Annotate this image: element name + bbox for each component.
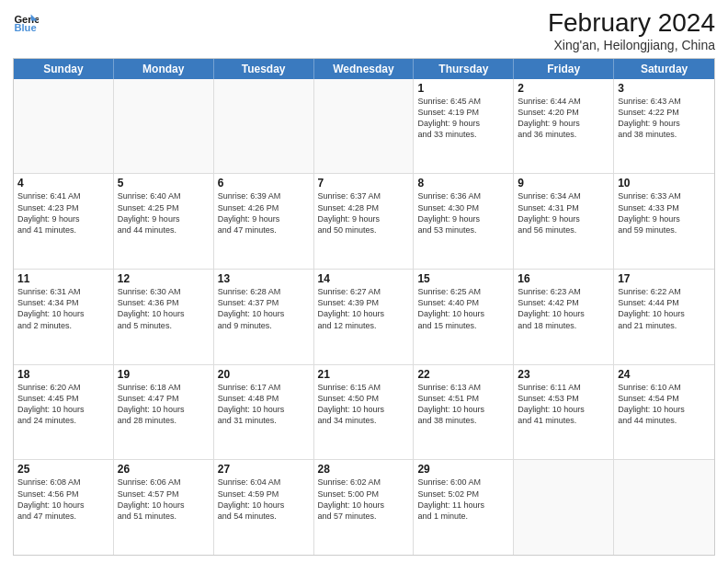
weekday-header: Monday bbox=[114, 59, 214, 79]
weekday-header: Sunday bbox=[14, 59, 114, 79]
cell-info: Sunrise: 6:28 AM Sunset: 4:37 PM Dayligh… bbox=[218, 286, 310, 331]
calendar-cell: 25Sunrise: 6:08 AM Sunset: 4:56 PM Dayli… bbox=[14, 460, 114, 555]
calendar-cell: 16Sunrise: 6:23 AM Sunset: 4:42 PM Dayli… bbox=[514, 270, 614, 364]
day-number: 17 bbox=[618, 272, 711, 285]
calendar-cell bbox=[314, 79, 415, 174]
calendar-cell: 17Sunrise: 6:22 AM Sunset: 4:44 PM Dayli… bbox=[614, 270, 714, 364]
day-number: 8 bbox=[417, 177, 509, 190]
calendar-header: SundayMondayTuesdayWednesdayThursdayFrid… bbox=[14, 59, 714, 79]
weekday-header: Saturday bbox=[614, 59, 714, 79]
cell-info: Sunrise: 6:17 AM Sunset: 4:48 PM Dayligh… bbox=[218, 382, 310, 427]
cell-info: Sunrise: 6:23 AM Sunset: 4:42 PM Dayligh… bbox=[518, 286, 609, 331]
cell-info: Sunrise: 6:08 AM Sunset: 4:56 PM Dayligh… bbox=[17, 477, 109, 522]
day-number: 23 bbox=[518, 368, 609, 381]
cell-info: Sunrise: 6:43 AM Sunset: 4:22 PM Dayligh… bbox=[618, 96, 711, 141]
logo-icon: General Blue bbox=[13, 9, 39, 35]
calendar-cell: 10Sunrise: 6:33 AM Sunset: 4:33 PM Dayli… bbox=[614, 174, 714, 269]
calendar-cell: 24Sunrise: 6:10 AM Sunset: 4:54 PM Dayli… bbox=[614, 365, 714, 460]
day-number: 14 bbox=[318, 272, 410, 285]
calendar-cell: 6Sunrise: 6:39 AM Sunset: 4:26 PM Daylig… bbox=[214, 174, 314, 269]
cell-info: Sunrise: 6:41 AM Sunset: 4:23 PM Dayligh… bbox=[17, 190, 109, 236]
day-number: 18 bbox=[17, 368, 109, 381]
calendar-cell: 3Sunrise: 6:43 AM Sunset: 4:22 PM Daylig… bbox=[614, 79, 714, 174]
calendar-cell: 4Sunrise: 6:41 AM Sunset: 4:23 PM Daylig… bbox=[14, 174, 114, 269]
calendar-cell: 14Sunrise: 6:27 AM Sunset: 4:39 PM Dayli… bbox=[314, 270, 415, 364]
calendar-cell bbox=[614, 460, 714, 555]
calendar-cell: 26Sunrise: 6:06 AM Sunset: 4:57 PM Dayli… bbox=[114, 460, 214, 555]
calendar-cell bbox=[114, 79, 214, 174]
calendar-cell: 18Sunrise: 6:20 AM Sunset: 4:45 PM Dayli… bbox=[14, 365, 114, 460]
cell-info: Sunrise: 6:22 AM Sunset: 4:44 PM Dayligh… bbox=[618, 286, 711, 331]
header: General Blue February 2024 Xing'an, Heil… bbox=[13, 9, 715, 52]
calendar-cell: 19Sunrise: 6:18 AM Sunset: 4:47 PM Dayli… bbox=[114, 365, 214, 460]
weekday-header: Tuesday bbox=[214, 59, 314, 79]
calendar-cell: 2Sunrise: 6:44 AM Sunset: 4:20 PM Daylig… bbox=[514, 79, 614, 174]
calendar-body: 1Sunrise: 6:45 AM Sunset: 4:19 PM Daylig… bbox=[14, 79, 714, 555]
calendar-cell: 1Sunrise: 6:45 AM Sunset: 4:19 PM Daylig… bbox=[414, 79, 514, 174]
svg-text:Blue: Blue bbox=[14, 22, 36, 33]
cell-info: Sunrise: 6:18 AM Sunset: 4:47 PM Dayligh… bbox=[118, 382, 210, 427]
day-number: 26 bbox=[118, 463, 210, 476]
day-number: 2 bbox=[518, 82, 609, 95]
day-number: 5 bbox=[118, 177, 210, 190]
day-number: 1 bbox=[417, 82, 509, 95]
weekday-header: Wednesday bbox=[314, 59, 415, 79]
day-number: 15 bbox=[417, 272, 509, 285]
calendar-cell: 13Sunrise: 6:28 AM Sunset: 4:37 PM Dayli… bbox=[214, 270, 314, 364]
cell-info: Sunrise: 6:13 AM Sunset: 4:51 PM Dayligh… bbox=[417, 382, 509, 427]
day-number: 11 bbox=[17, 272, 109, 285]
cell-info: Sunrise: 6:10 AM Sunset: 4:54 PM Dayligh… bbox=[618, 382, 711, 427]
day-number: 29 bbox=[417, 463, 509, 476]
cell-info: Sunrise: 6:02 AM Sunset: 5:00 PM Dayligh… bbox=[318, 477, 410, 522]
day-number: 16 bbox=[518, 272, 609, 285]
logo: General Blue bbox=[13, 9, 39, 35]
day-number: 3 bbox=[618, 82, 711, 95]
cell-info: Sunrise: 6:30 AM Sunset: 4:36 PM Dayligh… bbox=[118, 286, 210, 331]
calendar-cell: 23Sunrise: 6:11 AM Sunset: 4:53 PM Dayli… bbox=[514, 365, 614, 460]
weekday-header: Friday bbox=[514, 59, 614, 79]
calendar-cell bbox=[14, 79, 114, 174]
weekday-header: Thursday bbox=[414, 59, 514, 79]
cell-info: Sunrise: 6:34 AM Sunset: 4:31 PM Dayligh… bbox=[518, 190, 609, 236]
page: General Blue February 2024 Xing'an, Heil… bbox=[0, 0, 728, 563]
day-number: 21 bbox=[318, 368, 410, 381]
cell-info: Sunrise: 6:40 AM Sunset: 4:25 PM Dayligh… bbox=[118, 190, 210, 236]
day-number: 4 bbox=[17, 177, 109, 190]
day-number: 27 bbox=[218, 463, 310, 476]
title-block: February 2024 Xing'an, Heilongjiang, Chi… bbox=[548, 9, 715, 52]
cell-info: Sunrise: 6:45 AM Sunset: 4:19 PM Dayligh… bbox=[417, 96, 509, 141]
day-number: 13 bbox=[218, 272, 310, 285]
calendar-cell: 12Sunrise: 6:30 AM Sunset: 4:36 PM Dayli… bbox=[114, 270, 214, 364]
calendar-cell: 27Sunrise: 6:04 AM Sunset: 4:59 PM Dayli… bbox=[214, 460, 314, 555]
calendar-cell: 9Sunrise: 6:34 AM Sunset: 4:31 PM Daylig… bbox=[514, 174, 614, 269]
cell-info: Sunrise: 6:04 AM Sunset: 4:59 PM Dayligh… bbox=[218, 477, 310, 522]
day-number: 12 bbox=[118, 272, 210, 285]
calendar-cell: 5Sunrise: 6:40 AM Sunset: 4:25 PM Daylig… bbox=[114, 174, 214, 269]
day-number: 22 bbox=[417, 368, 509, 381]
calendar: SundayMondayTuesdayWednesdayThursdayFrid… bbox=[13, 58, 715, 556]
cell-info: Sunrise: 6:37 AM Sunset: 4:28 PM Dayligh… bbox=[318, 190, 410, 236]
cell-info: Sunrise: 6:27 AM Sunset: 4:39 PM Dayligh… bbox=[318, 286, 410, 331]
calendar-row: 25Sunrise: 6:08 AM Sunset: 4:56 PM Dayli… bbox=[14, 460, 714, 555]
cell-info: Sunrise: 6:36 AM Sunset: 4:30 PM Dayligh… bbox=[417, 190, 509, 236]
cell-info: Sunrise: 6:00 AM Sunset: 5:02 PM Dayligh… bbox=[417, 477, 509, 522]
day-number: 28 bbox=[318, 463, 410, 476]
cell-info: Sunrise: 6:25 AM Sunset: 4:40 PM Dayligh… bbox=[417, 286, 509, 331]
cell-info: Sunrise: 6:44 AM Sunset: 4:20 PM Dayligh… bbox=[518, 96, 609, 141]
cell-info: Sunrise: 6:33 AM Sunset: 4:33 PM Dayligh… bbox=[618, 190, 711, 236]
day-number: 10 bbox=[618, 177, 711, 190]
day-number: 19 bbox=[118, 368, 210, 381]
calendar-cell: 22Sunrise: 6:13 AM Sunset: 4:51 PM Dayli… bbox=[414, 365, 514, 460]
calendar-row: 18Sunrise: 6:20 AM Sunset: 4:45 PM Dayli… bbox=[14, 365, 714, 461]
calendar-row: 1Sunrise: 6:45 AM Sunset: 4:19 PM Daylig… bbox=[14, 79, 714, 175]
cell-info: Sunrise: 6:15 AM Sunset: 4:50 PM Dayligh… bbox=[318, 382, 410, 427]
calendar-cell: 8Sunrise: 6:36 AM Sunset: 4:30 PM Daylig… bbox=[414, 174, 514, 269]
calendar-row: 11Sunrise: 6:31 AM Sunset: 4:34 PM Dayli… bbox=[14, 270, 714, 365]
cell-info: Sunrise: 6:20 AM Sunset: 4:45 PM Dayligh… bbox=[17, 382, 109, 427]
day-number: 9 bbox=[518, 177, 609, 190]
day-number: 6 bbox=[218, 177, 310, 190]
cell-info: Sunrise: 6:06 AM Sunset: 4:57 PM Dayligh… bbox=[118, 477, 210, 522]
location: Xing'an, Heilongjiang, China bbox=[548, 38, 715, 52]
calendar-cell: 20Sunrise: 6:17 AM Sunset: 4:48 PM Dayli… bbox=[214, 365, 314, 460]
day-number: 24 bbox=[618, 368, 711, 381]
